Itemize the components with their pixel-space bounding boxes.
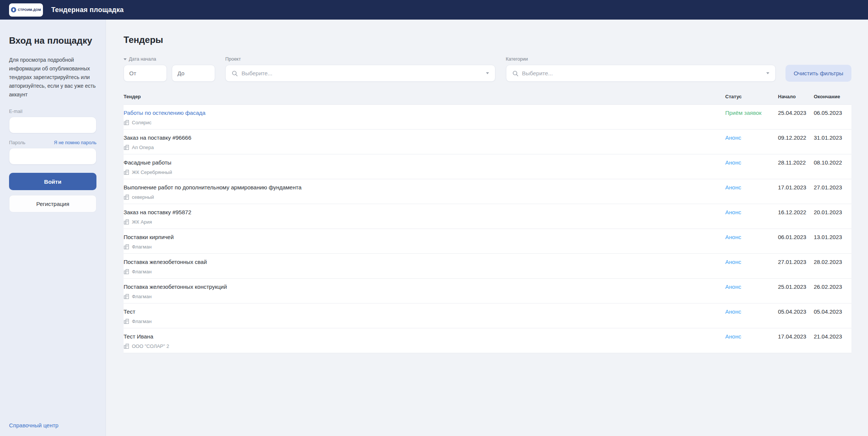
- building-icon: [124, 194, 129, 200]
- password-label: Пароль: [9, 140, 25, 145]
- start-date: 17.04.2023: [778, 333, 806, 340]
- end-date: 27.01.2023: [814, 184, 842, 191]
- tender-title[interactable]: Работы по остеклению фасада: [124, 110, 725, 116]
- login-sidebar: Вход на площадку Для просмотра подробной…: [0, 20, 106, 436]
- table-row[interactable]: Выполнение работ по дополнительному арми…: [124, 179, 851, 204]
- status-badge: Приём заявок: [725, 110, 761, 116]
- category-select-placeholder: Выберите...: [522, 70, 553, 76]
- tender-title: Поставка железобетонных конструкций: [124, 284, 725, 290]
- column-header-start: Начало: [778, 94, 814, 99]
- email-label: E-mail: [9, 109, 96, 114]
- start-date: 16.12.2022: [778, 209, 806, 215]
- project-name: Солярис: [132, 120, 151, 125]
- logo-badge[interactable]: СТРОИМ.ДОМ: [9, 3, 43, 17]
- chevron-down-icon: [766, 72, 769, 74]
- search-icon: [512, 70, 518, 76]
- forgot-password-link[interactable]: Я не помню пароль: [54, 140, 96, 145]
- status-badge: Анонс: [725, 308, 741, 315]
- table-row[interactable]: Поставка железобетонных свай: [124, 254, 851, 279]
- column-header-tender: Тендер: [124, 94, 725, 99]
- table-row[interactable]: Поставка железобетонных конструкций: [124, 279, 851, 303]
- status-badge: Анонс: [725, 159, 741, 166]
- project-name: ЖК Ария: [132, 219, 152, 225]
- project-name: ООО "СОЛАР" 2: [132, 343, 169, 349]
- top-navbar: СТРОИМ.ДОМ Тендерная площадка: [0, 0, 868, 20]
- building-icon: [124, 244, 129, 250]
- end-date: 08.10.2022: [814, 159, 842, 166]
- start-date: 25.01.2023: [778, 284, 806, 290]
- start-date: 28.11.2022: [778, 159, 806, 166]
- tender-title: Заказ на поставку #96666: [124, 134, 725, 141]
- building-icon: [124, 343, 129, 349]
- status-badge: Анонс: [725, 333, 741, 340]
- status-badge: Анонс: [725, 209, 741, 215]
- table-row[interactable]: Фасадные работы ЖК: [124, 154, 851, 179]
- building-icon: [124, 219, 129, 225]
- table-row[interactable]: Работы по остеклению фасада: [124, 105, 851, 130]
- tender-title: Поставка железобетонных свай: [124, 259, 725, 265]
- end-date: 20.01.2023: [814, 209, 842, 215]
- start-date: 09.12.2022: [778, 134, 806, 141]
- password-field[interactable]: [9, 148, 96, 165]
- end-date: 26.02.2023: [814, 284, 842, 290]
- login-description: Для просмотра подробной информации об оп…: [9, 56, 96, 99]
- start-date: 17.01.2023: [778, 184, 806, 191]
- end-date: 21.04.2023: [814, 333, 842, 340]
- status-badge: Анонс: [725, 134, 741, 141]
- status-badge: Анонс: [725, 259, 741, 265]
- date-from-input[interactable]: [124, 65, 167, 82]
- start-date: 27.01.2023: [778, 259, 806, 265]
- start-date: 25.04.2023: [778, 110, 806, 116]
- category-select[interactable]: Выберите...: [506, 65, 776, 82]
- project-name: Флагман: [132, 294, 151, 299]
- filter-bar: Дата начала Проект Выберите...: [124, 56, 851, 82]
- tender-title: Тест Ивана: [124, 333, 725, 340]
- project-name: Флагман: [132, 319, 151, 324]
- project-name: Флагман: [132, 269, 151, 274]
- end-date: 31.01.2023: [814, 134, 842, 141]
- project-name: Флагман: [132, 244, 151, 250]
- project-select[interactable]: Выберите...: [225, 65, 495, 82]
- project-name: ЖК Серебрянный: [132, 169, 172, 175]
- tender-title: Поставки кирпичей: [124, 234, 725, 241]
- column-header-end: Окончание: [814, 94, 851, 99]
- tender-title: Тест: [124, 308, 725, 315]
- email-field[interactable]: [9, 117, 96, 133]
- project-select-placeholder: Выберите...: [241, 70, 272, 76]
- collapse-caret-icon[interactable]: [124, 58, 127, 60]
- tender-title: Заказ на поставку #95872: [124, 209, 725, 216]
- help-center-link[interactable]: Справочный центр: [9, 422, 96, 428]
- tender-table-body: Работы по остеклению фасада: [124, 105, 851, 353]
- table-row[interactable]: Заказ на поставку #96666: [124, 130, 851, 154]
- end-date: 28.02.2023: [814, 259, 842, 265]
- logo-house-icon: [11, 7, 16, 12]
- column-header-status: Статус: [725, 94, 778, 99]
- table-row[interactable]: Поставки кирпичей: [124, 229, 851, 254]
- app-title: Тендерная площадка: [51, 6, 124, 14]
- building-icon: [124, 145, 129, 150]
- tender-title: Выполнение работ по дополнительному арми…: [124, 184, 725, 191]
- date-to-input[interactable]: [172, 65, 215, 82]
- status-badge: Анонс: [725, 184, 741, 191]
- table-row[interactable]: Тест Ивана ООО "СО: [124, 328, 851, 353]
- building-icon: [124, 120, 129, 125]
- table-row[interactable]: Заказ на поставку #95872: [124, 204, 851, 229]
- search-icon: [232, 70, 238, 76]
- project-name: северный: [132, 194, 154, 200]
- table-row[interactable]: Тест Флагман: [124, 303, 851, 328]
- chevron-down-icon: [486, 72, 489, 74]
- building-icon: [124, 294, 129, 299]
- status-badge: Анонс: [725, 284, 741, 290]
- project-filter-label: Проект: [225, 56, 495, 62]
- clear-filters-button[interactable]: Очистить фильтры: [785, 65, 851, 82]
- category-filter-label: Категории: [506, 56, 776, 62]
- register-button[interactable]: Регистрация: [9, 195, 96, 212]
- table-header-row: Тендер Статус Начало Окончание: [124, 90, 851, 105]
- logo-text: СТРОИМ.ДОМ: [18, 8, 41, 12]
- project-name: Ап Опера: [132, 145, 154, 150]
- login-button[interactable]: Войти: [9, 173, 96, 190]
- tenders-page: Тендеры Дата начала Проект: [106, 20, 868, 436]
- status-badge: Анонс: [725, 234, 741, 240]
- tenders-table: Тендер Статус Начало Окончание Работы по…: [124, 90, 851, 353]
- end-date: 05.04.2023: [814, 308, 842, 315]
